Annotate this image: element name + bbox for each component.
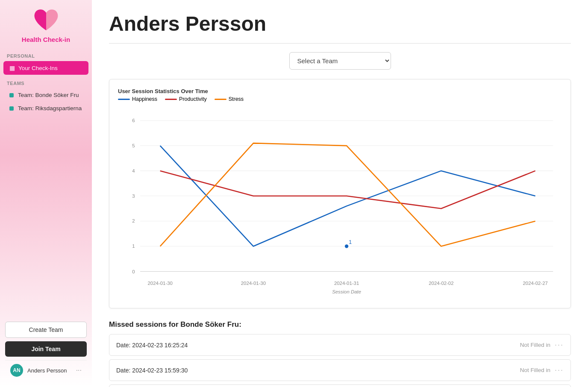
legend-stress-label: Stress xyxy=(229,96,244,102)
session-date-0: Date: 2024-02-23 16:25:24 xyxy=(116,342,188,349)
team-select-wrapper: Select a Team Team: Bonde Söker Fru Team… xyxy=(109,52,571,70)
svg-text:1: 1 xyxy=(132,243,135,249)
svg-text:2024-01-31: 2024-01-31 xyxy=(334,281,359,286)
user-name: Anders Persson xyxy=(27,367,67,374)
team-select[interactable]: Select a Team Team: Bonde Söker Fru Team… xyxy=(289,52,391,70)
legend-happiness: Happiness xyxy=(118,96,157,102)
session-row-1: Date: 2024-02-23 15:59:30 Not Filled in … xyxy=(109,359,571,381)
svg-text:4: 4 xyxy=(132,168,135,173)
user-menu-dots[interactable]: ··· xyxy=(76,366,82,374)
grid-icon: ▦ xyxy=(9,64,15,71)
create-team-button[interactable]: Create Team xyxy=(5,322,87,338)
team-dot-riksdag xyxy=(9,106,14,111)
join-team-button[interactable]: Join Team xyxy=(5,341,87,357)
chart-container: User Session Statistics Over Time Happin… xyxy=(109,79,571,308)
chart-svg: .axis-label { font-size: 13px; fill: #55… xyxy=(118,107,562,293)
svg-text:3: 3 xyxy=(132,194,135,199)
chart-title: User Session Statistics Over Time xyxy=(118,88,562,94)
sidebar-item-check-ins[interactable]: ▦ Your Check-Ins xyxy=(3,61,88,75)
legend-stress: Stress xyxy=(215,96,244,102)
productivity-line xyxy=(160,171,535,208)
avatar: AN xyxy=(10,364,23,377)
missed-section-title: Missed sessions for Bonde Söker Fru: xyxy=(109,320,571,329)
legend-happiness-label: Happiness xyxy=(132,96,157,102)
legend-stress-line xyxy=(215,99,226,100)
session-date-1: Date: 2024-02-23 15:59:30 xyxy=(116,367,188,374)
session-status-1: Not Filled in xyxy=(520,367,550,373)
happiness-point-min xyxy=(345,244,348,248)
svg-text:2024-01-30: 2024-01-30 xyxy=(148,281,173,286)
svg-text:2: 2 xyxy=(132,218,135,223)
legend-productivity-line xyxy=(165,99,177,100)
session-dots-1[interactable]: ··· xyxy=(555,366,564,375)
svg-text:5: 5 xyxy=(132,143,135,148)
missed-sessions-section: Missed sessions for Bonde Söker Fru: Dat… xyxy=(109,320,571,387)
session-row-right-0: Not Filled in ··· xyxy=(520,340,564,349)
title-divider xyxy=(109,43,571,44)
sidebar: Health Check-in PERSONAL ▦ Your Check-In… xyxy=(0,0,92,387)
main-content: Anders Persson Select a Team Team: Bonde… xyxy=(92,0,588,387)
svg-text:2024-02-02: 2024-02-02 xyxy=(429,281,453,286)
team-dot-bonde xyxy=(9,93,14,97)
happiness-label-min: 1 xyxy=(349,239,352,245)
chart-legend: Happiness Productivity Stress xyxy=(118,96,562,102)
legend-happiness-line xyxy=(118,99,130,100)
sidebar-item-label: Your Check-Ins xyxy=(18,65,58,71)
session-dots-0[interactable]: ··· xyxy=(555,340,564,349)
sidebar-user: AN Anders Persson ··· xyxy=(5,360,87,380)
personal-label: PERSONAL xyxy=(0,47,92,61)
sidebar-bottom: Create Team Join Team AN Anders Persson … xyxy=(0,317,92,387)
legend-productivity-label: Productivity xyxy=(179,96,207,102)
svg-text:0: 0 xyxy=(132,269,135,274)
sidebar-item-team-riksdag[interactable]: Team: Riksdagspartierna xyxy=(3,102,88,115)
svg-text:Session Date: Session Date xyxy=(332,289,361,294)
session-row-0: Date: 2024-02-23 16:25:24 Not Filled in … xyxy=(109,334,571,356)
team-riksdag-label: Team: Riksdagspartierna xyxy=(18,105,82,111)
page-title: Anders Persson xyxy=(109,12,571,35)
stress-line xyxy=(160,143,535,246)
session-row-2: Date: 2024-02-22 15:44:35 Not Filled in … xyxy=(109,384,571,387)
sidebar-logo: Health Check-in xyxy=(0,0,92,47)
session-row-right-1: Not Filled in ··· xyxy=(520,366,564,375)
team-bonde-label: Team: Bonde Söker Fru xyxy=(18,92,79,98)
svg-text:6: 6 xyxy=(132,118,135,123)
legend-productivity: Productivity xyxy=(165,96,207,102)
app-title: Health Check-in xyxy=(22,36,70,43)
session-status-0: Not Filled in xyxy=(520,342,550,348)
svg-text:2024-02-27: 2024-02-27 xyxy=(523,281,547,286)
svg-text:2024-01-30: 2024-01-30 xyxy=(241,281,266,286)
sidebar-item-team-bonde[interactable]: Team: Bonde Söker Fru xyxy=(3,88,88,102)
teams-label: TEAMS xyxy=(0,75,92,88)
heart-icon xyxy=(31,8,61,33)
